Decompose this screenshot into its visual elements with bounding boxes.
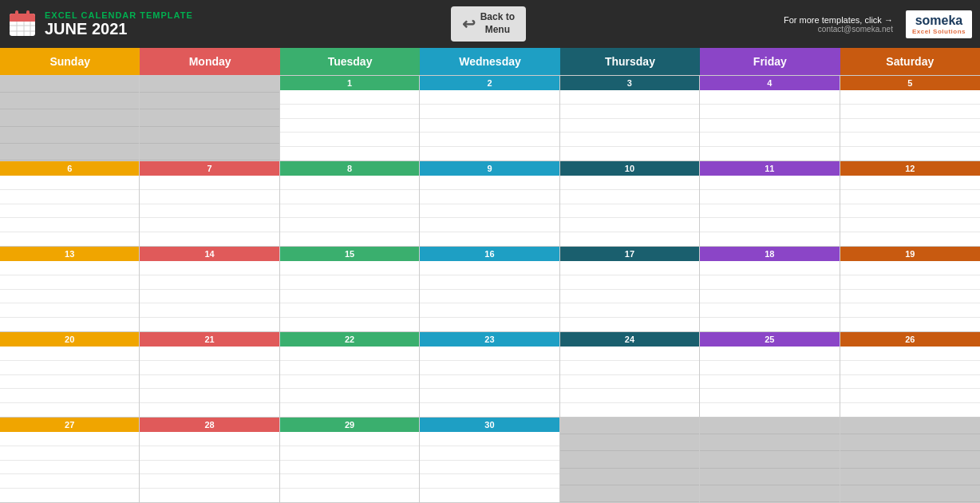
day-cell[interactable]: 21 (140, 332, 279, 418)
day-line (0, 218, 139, 232)
day-cell[interactable]: 6 (0, 161, 140, 247)
day-line (140, 261, 279, 275)
day-cell[interactable]: 15 (280, 247, 420, 332)
day-cell[interactable] (700, 418, 840, 503)
day-line (840, 190, 980, 204)
day-line (560, 403, 699, 417)
day-line (280, 232, 419, 246)
day-line (280, 489, 419, 502)
day-cell[interactable]: 8 (280, 161, 420, 247)
day-line (0, 76, 139, 93)
day-line (0, 261, 139, 275)
day-lines (0, 76, 139, 160)
day-line (420, 290, 559, 304)
day-line (840, 347, 980, 361)
day-line (0, 489, 139, 502)
day-lines (700, 347, 839, 417)
day-lines (560, 176, 699, 246)
day-cell[interactable]: 2 (420, 76, 559, 161)
day-line (420, 461, 559, 475)
day-line (140, 232, 279, 246)
day-line (840, 469, 980, 485)
day-cell[interactable]: 12 (840, 161, 980, 247)
day-line (280, 204, 419, 219)
day-line (140, 290, 279, 304)
day-line (0, 232, 139, 246)
day-line (280, 347, 419, 361)
day-line (140, 446, 279, 461)
day-lines (700, 176, 839, 246)
day-line (280, 190, 419, 204)
day-number: 7 (140, 161, 279, 176)
day-cell[interactable] (0, 76, 140, 161)
day-cell[interactable]: 19 (840, 247, 980, 332)
day-line (700, 303, 839, 318)
day-cell[interactable]: 17 (560, 247, 700, 332)
day-cell[interactable]: 27 (0, 418, 140, 503)
day-line (0, 474, 139, 489)
header-right: For more templates, click → contact@some… (784, 10, 972, 38)
day-cell[interactable] (140, 76, 279, 161)
day-line (0, 403, 139, 417)
day-cell[interactable] (840, 418, 980, 503)
day-line (280, 446, 419, 461)
day-cell[interactable]: 9 (420, 161, 559, 247)
day-line (560, 218, 699, 232)
day-line (420, 389, 559, 403)
day-line (700, 232, 839, 246)
day-cell[interactable]: 4 (700, 76, 840, 161)
day-line (140, 432, 279, 446)
day-cell[interactable]: 7 (140, 161, 279, 247)
day-line (140, 204, 279, 219)
day-line (140, 303, 279, 318)
day-line (140, 190, 279, 204)
day-line (840, 375, 980, 390)
day-cell[interactable]: 29 (280, 418, 420, 503)
day-cell[interactable]: 25 (700, 332, 840, 418)
day-line (560, 147, 699, 160)
day-cell[interactable]: 5 (840, 76, 980, 161)
day-line (280, 474, 419, 489)
day-cell[interactable]: 3 (560, 76, 700, 161)
day-number: 20 (0, 332, 139, 347)
day-line (0, 127, 139, 144)
day-line (840, 303, 980, 318)
day-cell[interactable]: 26 (840, 332, 980, 418)
day-line (560, 434, 699, 451)
day-cell[interactable]: 23 (420, 332, 559, 418)
day-line (280, 389, 419, 403)
day-header-sunday: Sunday (0, 48, 140, 75)
day-cell[interactable]: 11 (700, 161, 840, 247)
day-cell[interactable]: 10 (560, 161, 700, 247)
day-line (420, 232, 559, 246)
day-cell[interactable]: 14 (140, 247, 279, 332)
day-line (700, 375, 839, 390)
header-title-area: EXCEL CALENDAR TEMPLATE JUNE 2021 (45, 10, 193, 38)
day-cell[interactable]: 13 (0, 247, 140, 332)
back-to-menu-button[interactable]: ↩ Back toMenu (451, 6, 526, 41)
day-line (0, 190, 139, 204)
day-cell[interactable]: 1 (280, 76, 420, 161)
day-lines (700, 418, 839, 502)
svg-rect-2 (10, 19, 35, 22)
day-line (700, 361, 839, 375)
day-cell[interactable]: 22 (280, 332, 420, 418)
day-cell[interactable]: 18 (700, 247, 840, 332)
day-header-wednesday: Wednesday (420, 48, 559, 75)
day-cell[interactable]: 28 (140, 418, 279, 503)
day-line (140, 93, 279, 109)
day-lines (280, 261, 419, 331)
day-line (700, 347, 839, 361)
day-number: 25 (700, 332, 839, 347)
day-line (420, 446, 559, 461)
day-lines (420, 90, 559, 160)
day-line (840, 119, 980, 133)
day-cell[interactable]: 16 (420, 247, 559, 332)
day-cell[interactable]: 24 (560, 332, 700, 418)
day-line (280, 261, 419, 275)
day-cell[interactable]: 20 (0, 332, 140, 418)
day-line (140, 474, 279, 489)
day-cell[interactable] (560, 418, 700, 503)
day-cell[interactable]: 30 (420, 418, 559, 503)
day-line (420, 361, 559, 375)
